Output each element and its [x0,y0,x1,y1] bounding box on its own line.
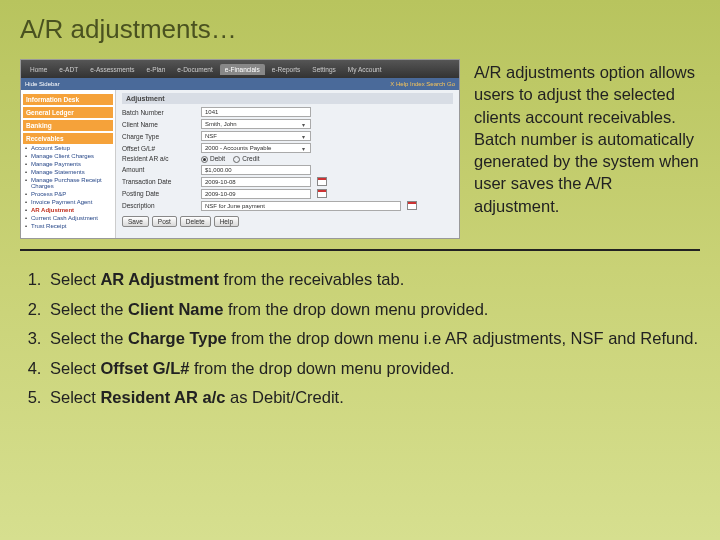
hide-sidebar-link[interactable]: Hide Sidebar [25,81,60,87]
amount-input[interactable]: $1,000.00 [201,165,311,175]
sidebar-item[interactable]: Account Setup [23,144,113,152]
sidebar-item[interactable]: Manage Purchase Receipt Charges [23,176,113,190]
client-label: Client Name [122,121,197,128]
post-date-input[interactable]: 2009-10-09 [201,189,311,199]
radio-debit-label: Debit [210,155,225,162]
batch-label: Batch Number [122,109,197,116]
post-label: Posting Date [122,190,197,197]
desc-label: Description [122,202,197,209]
amount-label: Amount [122,166,197,173]
form-panel: Adjustment Batch Number1041 Client NameS… [116,90,459,238]
sidebar-head-receivables[interactable]: Receivables [23,133,113,144]
client-select[interactable]: Smith, John▾ [201,119,311,129]
step-post: from the receivables tab. [219,270,404,288]
sidebar-head-info[interactable]: Information Desk [23,94,113,105]
tab-ereports[interactable]: e-Reports [267,64,306,75]
tab-edocument[interactable]: e-Document [172,64,217,75]
tab-eplan[interactable]: e-Plan [142,64,171,75]
sidebar-item[interactable]: Manage Payments [23,160,113,168]
calendar-icon[interactable] [317,189,327,198]
step-item: Select Offset G/L# from the drop down me… [46,356,700,382]
charge-value: NSF [205,133,217,139]
step-pre: Select the [50,300,128,318]
lookup-icon[interactable] [407,201,417,210]
sidebar-item[interactable]: Manage Client Charges [23,152,113,160]
step-post: from the drop down menu provided. [189,359,454,377]
description-text: A/R adjustments option allows users to a… [474,59,700,239]
step-item: Select Resident AR a/c as Debit/Credit. [46,385,700,411]
tab-efinancials[interactable]: e-Financials [220,64,265,75]
button-row: Save Post Delete Help [122,216,453,227]
tab-home[interactable]: Home [25,64,52,75]
sidebar-item[interactable]: Manage Statements [23,168,113,176]
resident-radio-group: Debit Credit [201,155,260,163]
charge-select[interactable]: NSF▾ [201,131,311,141]
sidebar-head-gl[interactable]: General Ledger [23,107,113,118]
sub-bar: Hide Sidebar X Help Index Search Go [21,78,459,90]
step-post: from the drop down menu i.e AR adjustmen… [227,329,698,347]
radio-credit-label: Credit [242,155,259,162]
app-body: Information Desk General Ledger Banking … [21,90,459,238]
step-item: Select the Charge Type from the drop dow… [46,326,700,352]
steps-list: Select AR Adjustment from the receivable… [20,267,700,411]
radio-dot-icon [201,156,208,163]
step-bold: AR Adjustment [100,270,219,288]
offset-label: Offset G/L# [122,145,197,152]
step-item: Select the Client Name from the drop dow… [46,297,700,323]
chevron-down-icon: ▾ [302,133,307,140]
sidebar: Information Desk General Ledger Banking … [21,90,116,238]
step-pre: Select [50,270,100,288]
step-post: as Debit/Credit. [225,388,343,406]
step-pre: Select [50,359,100,377]
tab-eassessments[interactable]: e-Assessments [85,64,139,75]
step-bold: Offset G/L# [100,359,189,377]
help-search-area[interactable]: X Help Index Search Go [390,81,455,87]
page-title: A/R adjustments… [20,14,700,45]
step-item: Select AR Adjustment from the receivable… [46,267,700,293]
help-button[interactable]: Help [214,216,239,227]
sidebar-item-ar-adjustment[interactable]: AR Adjustment [23,206,113,214]
step-pre: Select the [50,329,128,347]
step-pre: Select [50,388,100,406]
txn-date-input[interactable]: 2009-10-08 [201,177,311,187]
sidebar-item[interactable]: Process P&P [23,190,113,198]
charge-label: Charge Type [122,133,197,140]
content-row: Home e-ADT e-Assessments e-Plan e-Docume… [20,59,700,239]
divider [20,249,700,251]
desc-input[interactable]: NSF for June payment [201,201,401,211]
step-post: from the drop down menu provided. [223,300,488,318]
radio-dot-icon [233,156,240,163]
batch-input[interactable]: 1041 [201,107,311,117]
step-bold: Resident AR a/c [100,388,225,406]
tab-eadt[interactable]: e-ADT [54,64,83,75]
client-value: Smith, John [205,121,237,127]
radio-debit[interactable]: Debit [201,155,225,163]
calendar-icon[interactable] [317,177,327,186]
radio-credit[interactable]: Credit [233,155,259,163]
step-bold: Charge Type [128,329,227,347]
app-screenshot: Home e-ADT e-Assessments e-Plan e-Docume… [20,59,460,239]
post-button[interactable]: Post [152,216,177,227]
chevron-down-icon: ▾ [302,145,307,152]
tab-settings[interactable]: Settings [307,64,341,75]
form-heading: Adjustment [122,93,453,104]
resident-label: Resident AR a/c [122,155,197,162]
txn-label: Transaction Date [122,178,197,185]
save-button[interactable]: Save [122,216,149,227]
sidebar-item[interactable]: Trust Receipt [23,222,113,230]
offset-value: 2000 - Accounts Payable [205,145,271,151]
offset-select[interactable]: 2000 - Accounts Payable▾ [201,143,311,153]
sidebar-item[interactable]: Current Cash Adjustment [23,214,113,222]
sidebar-head-banking[interactable]: Banking [23,120,113,131]
step-bold: Client Name [128,300,223,318]
chevron-down-icon: ▾ [302,121,307,128]
delete-button[interactable]: Delete [180,216,211,227]
tab-myaccount[interactable]: My Account [343,64,387,75]
top-tabbar: Home e-ADT e-Assessments e-Plan e-Docume… [21,60,459,78]
sidebar-item[interactable]: Invoice Payment Agent [23,198,113,206]
